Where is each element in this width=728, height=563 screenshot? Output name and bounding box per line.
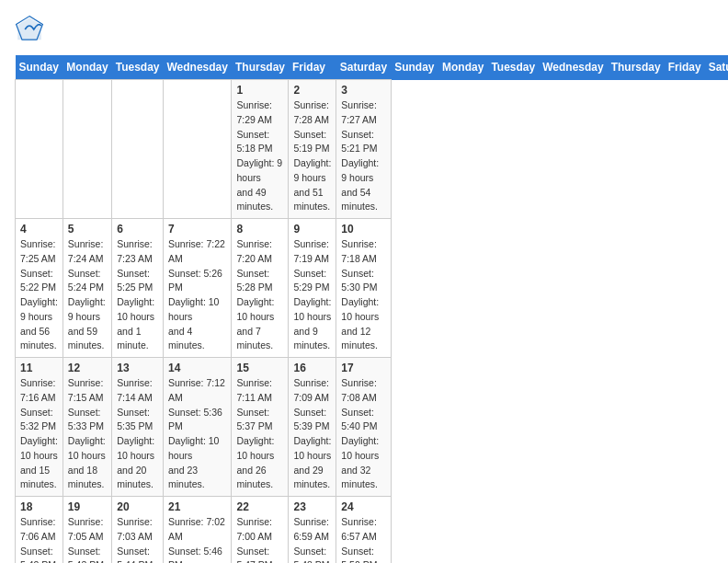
day-header-sunday: Sunday — [16, 55, 63, 80]
day-number: 6 — [117, 223, 158, 236]
col-header-sunday: Sunday — [391, 55, 438, 80]
day-info: Sunrise: 7:06 AMSunset: 5:42 PMDaylight:… — [20, 515, 58, 563]
day-number: 20 — [117, 500, 158, 513]
calendar-week-2: 4Sunrise: 7:25 AMSunset: 5:22 PMDaylight… — [16, 219, 729, 358]
col-header-tuesday: Tuesday — [487, 55, 539, 80]
day-number: 1 — [236, 84, 283, 97]
calendar-week-4: 18Sunrise: 7:06 AMSunset: 5:42 PMDayligh… — [16, 497, 729, 564]
day-info: Sunrise: 7:18 AMSunset: 5:30 PMDaylight:… — [341, 237, 385, 353]
calendar-cell: 12Sunrise: 7:15 AMSunset: 5:33 PMDayligh… — [63, 358, 111, 497]
day-info: Sunrise: 7:05 AMSunset: 5:43 PMDaylight:… — [68, 515, 107, 563]
day-number: 24 — [341, 500, 385, 513]
calendar-cell: 23Sunrise: 6:59 AMSunset: 5:48 PMDayligh… — [289, 497, 336, 564]
calendar-header-row: SundayMondayTuesdayWednesdayThursdayFrid… — [16, 55, 729, 80]
day-info: Sunrise: 7:14 AMSunset: 5:35 PMDaylight:… — [117, 376, 158, 492]
day-number: 19 — [68, 500, 107, 513]
day-number: 11 — [20, 362, 58, 374]
day-number: 2 — [293, 84, 331, 97]
calendar-cell: 22Sunrise: 7:00 AMSunset: 5:47 PMDayligh… — [232, 497, 289, 564]
day-number: 9 — [293, 223, 331, 236]
day-info: Sunrise: 7:29 AMSunset: 5:18 PMDaylight:… — [236, 98, 283, 214]
calendar-cell: 13Sunrise: 7:14 AMSunset: 5:35 PMDayligh… — [112, 358, 164, 497]
day-number: 4 — [20, 223, 58, 236]
day-info: Sunrise: 7:00 AMSunset: 5:47 PMDaylight:… — [236, 515, 283, 563]
logo-icon — [15, 15, 44, 44]
day-number: 23 — [293, 500, 331, 513]
day-header-wednesday: Wednesday — [164, 55, 232, 80]
calendar-cell: 7Sunrise: 7:22 AMSunset: 5:26 PMDaylight… — [164, 219, 232, 358]
calendar-cell: 18Sunrise: 7:06 AMSunset: 5:42 PMDayligh… — [16, 497, 63, 564]
day-info: Sunrise: 7:09 AMSunset: 5:39 PMDaylight:… — [293, 376, 331, 492]
calendar-cell: 3Sunrise: 7:27 AMSunset: 5:21 PMDaylight… — [336, 80, 391, 219]
calendar-cell: 20Sunrise: 7:03 AMSunset: 5:44 PMDayligh… — [112, 497, 164, 564]
day-info: Sunrise: 7:20 AMSunset: 5:28 PMDaylight:… — [236, 237, 283, 353]
day-number: 17 — [341, 362, 385, 374]
day-number: 15 — [236, 362, 283, 374]
calendar-cell: 5Sunrise: 7:24 AMSunset: 5:24 PMDaylight… — [63, 219, 111, 358]
col-header-monday: Monday — [438, 55, 487, 80]
day-header-tuesday: Tuesday — [112, 55, 164, 80]
calendar-week-3: 11Sunrise: 7:16 AMSunset: 5:32 PMDayligh… — [16, 358, 729, 497]
day-number: 10 — [341, 223, 385, 236]
day-info: Sunrise: 6:57 AMSunset: 5:50 PMDaylight:… — [341, 515, 385, 563]
calendar-table: SundayMondayTuesdayWednesdayThursdayFrid… — [15, 55, 728, 563]
calendar-week-1: 1Sunrise: 7:29 AMSunset: 5:18 PMDaylight… — [16, 80, 729, 219]
calendar-cell — [63, 80, 111, 219]
day-header-friday: Friday — [289, 55, 336, 80]
day-number: 21 — [168, 500, 226, 513]
day-info: Sunrise: 7:15 AMSunset: 5:33 PMDaylight:… — [68, 376, 107, 492]
day-info: Sunrise: 7:19 AMSunset: 5:29 PMDaylight:… — [293, 237, 331, 353]
day-number: 14 — [168, 362, 226, 374]
calendar-cell: 16Sunrise: 7:09 AMSunset: 5:39 PMDayligh… — [289, 358, 336, 497]
calendar-cell: 1Sunrise: 7:29 AMSunset: 5:18 PMDaylight… — [232, 80, 289, 219]
day-info: Sunrise: 7:22 AMSunset: 5:26 PMDaylight:… — [168, 237, 226, 353]
day-number: 13 — [117, 362, 158, 374]
day-number: 7 — [168, 223, 226, 236]
day-info: Sunrise: 7:16 AMSunset: 5:32 PMDaylight:… — [20, 376, 58, 492]
day-info: Sunrise: 7:03 AMSunset: 5:44 PMDaylight:… — [117, 515, 158, 563]
calendar-cell — [112, 80, 164, 219]
calendar-cell: 14Sunrise: 7:12 AMSunset: 5:36 PMDayligh… — [164, 358, 232, 497]
day-info: Sunrise: 7:08 AMSunset: 5:40 PMDaylight:… — [341, 376, 385, 492]
day-info: Sunrise: 7:23 AMSunset: 5:25 PMDaylight:… — [117, 237, 158, 353]
col-header-wednesday: Wednesday — [539, 55, 607, 80]
day-number: 3 — [341, 84, 385, 97]
calendar-cell — [16, 80, 63, 219]
calendar-cell: 2Sunrise: 7:28 AMSunset: 5:19 PMDaylight… — [289, 80, 336, 219]
logo — [15, 15, 48, 44]
day-number: 5 — [68, 223, 107, 236]
day-info: Sunrise: 7:24 AMSunset: 5:24 PMDaylight:… — [68, 237, 107, 353]
calendar-cell: 17Sunrise: 7:08 AMSunset: 5:40 PMDayligh… — [336, 358, 391, 497]
day-info: Sunrise: 7:25 AMSunset: 5:22 PMDaylight:… — [20, 237, 58, 353]
calendar-cell: 4Sunrise: 7:25 AMSunset: 5:22 PMDaylight… — [16, 219, 63, 358]
day-info: Sunrise: 7:12 AMSunset: 5:36 PMDaylight:… — [168, 376, 226, 492]
day-info: Sunrise: 7:02 AMSunset: 5:46 PMDaylight:… — [168, 515, 226, 563]
day-info: Sunrise: 7:27 AMSunset: 5:21 PMDaylight:… — [341, 98, 385, 214]
calendar-cell — [164, 80, 232, 219]
day-header-thursday: Thursday — [232, 55, 289, 80]
calendar-cell: 9Sunrise: 7:19 AMSunset: 5:29 PMDaylight… — [289, 219, 336, 358]
day-number: 8 — [236, 223, 283, 236]
day-header-saturday: Saturday — [336, 55, 391, 80]
calendar-cell: 11Sunrise: 7:16 AMSunset: 5:32 PMDayligh… — [16, 358, 63, 497]
calendar-cell: 15Sunrise: 7:11 AMSunset: 5:37 PMDayligh… — [232, 358, 289, 497]
col-header-thursday: Thursday — [608, 55, 665, 80]
day-number: 18 — [20, 500, 58, 513]
day-info: Sunrise: 6:59 AMSunset: 5:48 PMDaylight:… — [293, 515, 331, 563]
day-number: 16 — [293, 362, 331, 374]
day-header-monday: Monday — [63, 55, 111, 80]
calendar-cell: 21Sunrise: 7:02 AMSunset: 5:46 PMDayligh… — [164, 497, 232, 564]
calendar-cell: 8Sunrise: 7:20 AMSunset: 5:28 PMDaylight… — [232, 219, 289, 358]
col-header-saturday: Saturday — [705, 55, 728, 80]
calendar-cell: 10Sunrise: 7:18 AMSunset: 5:30 PMDayligh… — [336, 219, 391, 358]
calendar-cell: 6Sunrise: 7:23 AMSunset: 5:25 PMDaylight… — [112, 219, 164, 358]
col-header-friday: Friday — [665, 55, 705, 80]
calendar-cell: 24Sunrise: 6:57 AMSunset: 5:50 PMDayligh… — [336, 497, 391, 564]
day-info: Sunrise: 7:28 AMSunset: 5:19 PMDaylight:… — [293, 98, 331, 214]
day-info: Sunrise: 7:11 AMSunset: 5:37 PMDaylight:… — [236, 376, 283, 492]
day-number: 12 — [68, 362, 107, 374]
calendar-cell: 19Sunrise: 7:05 AMSunset: 5:43 PMDayligh… — [63, 497, 111, 564]
page-header — [15, 15, 713, 44]
day-number: 22 — [236, 500, 283, 513]
